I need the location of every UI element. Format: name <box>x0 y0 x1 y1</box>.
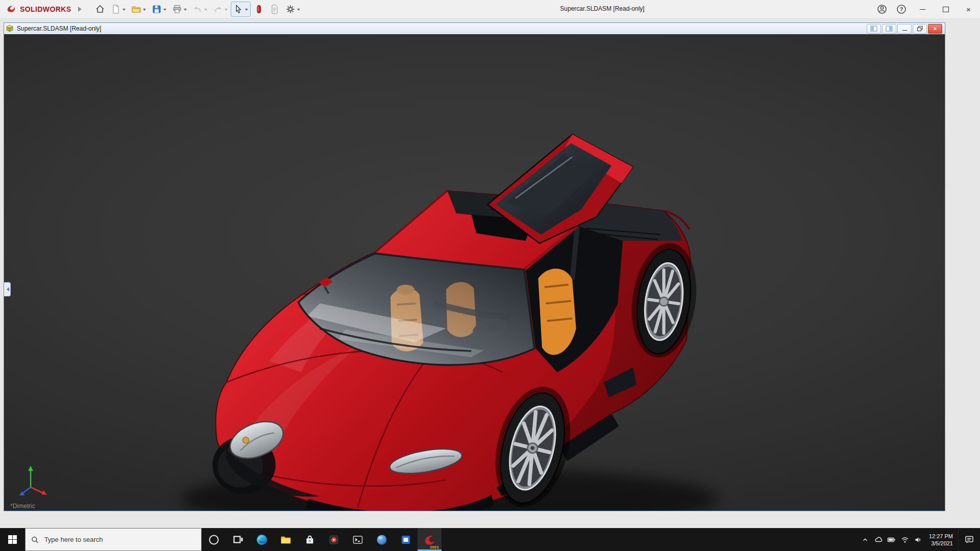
house-icon <box>95 4 105 14</box>
battery-icon <box>887 536 896 544</box>
taskbar-icon-browser-sphere[interactable] <box>370 528 394 551</box>
taskbar-icon-media-app[interactable] <box>322 528 346 551</box>
document-lines-icon <box>270 4 280 14</box>
blue-sphere-icon <box>376 534 388 546</box>
chevron-right-icon[interactable] <box>78 7 84 12</box>
action-center-button[interactable] <box>958 528 980 551</box>
tray-volume-button[interactable] <box>912 528 925 551</box>
minimize-icon <box>920 9 925 10</box>
close-icon: × <box>934 26 937 32</box>
feature-tree-collapse-tab[interactable] <box>4 282 11 296</box>
brand-wordmark: SOLIDWORKS <box>20 5 71 13</box>
start-button[interactable] <box>0 528 25 551</box>
chevron-up-icon <box>862 536 869 543</box>
display-pane-left-button[interactable] <box>867 24 881 34</box>
tray-network-button[interactable] <box>898 528 912 551</box>
maximize-icon <box>943 7 949 12</box>
open-button[interactable] <box>129 2 149 17</box>
taskbar-icon-task-view[interactable] <box>226 528 250 551</box>
file-properties-button[interactable] <box>267 2 282 17</box>
dassault-logo-icon <box>6 4 17 14</box>
notification-icon <box>965 535 974 544</box>
dropdown-caret-icon[interactable] <box>225 9 228 12</box>
undo-button[interactable] <box>190 2 210 17</box>
windows-logo-icon <box>8 535 17 544</box>
tray-overflow-button[interactable] <box>859 528 872 551</box>
app-close-button[interactable]: × <box>957 0 980 18</box>
speaker-icon <box>914 536 922 544</box>
appearances-button[interactable] <box>251 2 266 17</box>
tray-battery-button[interactable] <box>885 528 898 551</box>
store-bag-icon <box>304 534 315 545</box>
dropdown-caret-icon[interactable] <box>184 9 187 12</box>
titlebar-right-controls: ? × <box>872 0 980 18</box>
solidworks-version-badge: 2021 <box>430 545 439 549</box>
select-tool-button[interactable] <box>231 2 251 17</box>
user-account-icon <box>877 4 887 14</box>
search-input[interactable] <box>43 535 195 544</box>
restore-icon <box>917 26 923 32</box>
select-cursor-icon <box>233 4 243 14</box>
clock-date: 3/5/2021 <box>931 540 953 547</box>
app-minimize-button[interactable] <box>911 0 934 18</box>
chevron-left-icon <box>5 287 9 291</box>
taskbar-icon-cortana[interactable] <box>202 528 226 551</box>
viewport-canvas[interactable]: *Dimetric <box>4 34 945 511</box>
supercar-3d-model <box>4 34 945 511</box>
dropdown-caret-icon[interactable] <box>163 9 166 12</box>
taskbar-clock[interactable]: 12:27 PM 3/5/2021 <box>925 533 958 547</box>
document-titlebar[interactable]: Supercar.SLDASM [Read-only] × <box>4 23 945 35</box>
display-pane-right-button[interactable] <box>882 24 896 34</box>
gear-icon <box>285 4 296 14</box>
document-window-controls: × <box>867 24 943 34</box>
undo-arrow-icon <box>192 4 203 14</box>
orientation-triad[interactable] <box>17 464 48 497</box>
taskbar-icon-edge[interactable] <box>250 528 274 551</box>
dropdown-caret-icon[interactable] <box>122 9 126 12</box>
dropdown-caret-icon[interactable] <box>204 9 207 12</box>
taskbar-icon-store[interactable] <box>298 528 322 551</box>
split-pane-left-icon <box>870 26 877 32</box>
new-document-button[interactable] <box>108 2 128 17</box>
help-button[interactable]: ? <box>892 0 911 18</box>
app-title: Supercar.SLDASM [Read-only] <box>510 5 694 12</box>
cortana-icon <box>208 534 219 545</box>
taskbar-icon-file-explorer[interactable] <box>274 528 298 551</box>
svg-text:?: ? <box>900 6 903 12</box>
clock-time: 12:27 PM <box>929 533 953 540</box>
view-orientation-label: *Dimetric <box>10 503 35 510</box>
save-floppy-icon <box>152 4 162 14</box>
taskbar-icon-blue-app[interactable] <box>394 528 418 551</box>
printer-icon <box>172 4 182 14</box>
open-folder-icon <box>131 4 141 14</box>
save-button[interactable] <box>149 2 169 17</box>
help-icon: ? <box>896 4 906 14</box>
quick-access-toolbar <box>92 2 303 17</box>
taskbar-search[interactable] <box>25 528 202 551</box>
dropdown-caret-icon[interactable] <box>143 9 146 12</box>
options-button[interactable] <box>283 2 303 17</box>
close-icon: × <box>966 5 971 14</box>
tray-cloud-button[interactable] <box>872 528 885 551</box>
taskbar-icon-command-prompt[interactable] <box>346 528 370 551</box>
account-button[interactable] <box>872 0 892 18</box>
command-prompt-icon <box>352 534 364 546</box>
split-pane-right-icon <box>886 26 893 32</box>
home-button[interactable] <box>92 2 108 17</box>
app-maximize-button[interactable] <box>934 0 957 18</box>
new-document-icon <box>111 4 121 14</box>
print-button[interactable] <box>169 2 189 17</box>
doc-close-button[interactable]: × <box>928 24 942 34</box>
dropdown-caret-icon[interactable] <box>245 9 248 12</box>
doc-restore-button[interactable] <box>913 24 927 34</box>
redo-button[interactable] <box>210 2 230 17</box>
assembly-document-icon <box>6 24 14 33</box>
doc-minimize-button[interactable] <box>897 24 912 34</box>
task-view-icon <box>232 534 243 545</box>
solidworks-brand: SOLIDWORKS <box>0 4 75 14</box>
cloud-icon <box>874 536 883 544</box>
dropdown-caret-icon[interactable] <box>297 9 300 12</box>
blue-app-icon <box>400 534 412 546</box>
media-app-icon <box>328 534 340 546</box>
taskbar-icon-solidworks[interactable]: 2021 <box>418 528 442 551</box>
